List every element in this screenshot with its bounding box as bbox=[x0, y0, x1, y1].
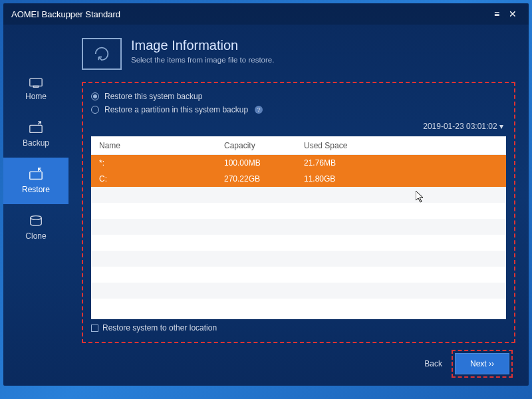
table-row[interactable]: *: 100.00MB 21.76MB bbox=[91, 155, 506, 171]
empty-row bbox=[91, 267, 506, 283]
svg-rect-0 bbox=[30, 78, 42, 86]
sidebar-item-label: Restore bbox=[22, 185, 50, 194]
radio-restore-system[interactable]: Restore this system backup bbox=[91, 92, 506, 101]
empty-row bbox=[91, 283, 506, 299]
radio-restore-partition[interactable]: Restore a partition in this system backu… bbox=[91, 105, 506, 114]
close-icon[interactable]: ✕ bbox=[505, 6, 521, 22]
sidebar-item-label: Home bbox=[25, 92, 47, 101]
page-header-text: Image Information Select the items from … bbox=[131, 38, 274, 70]
empty-row bbox=[91, 203, 506, 219]
checkbox-other-location[interactable]: Restore system to other location bbox=[91, 323, 506, 332]
cell-name: C: bbox=[91, 174, 224, 184]
svg-rect-1 bbox=[33, 86, 38, 87]
col-header-used: Used Space bbox=[304, 141, 506, 150]
back-button[interactable]: Back bbox=[424, 359, 442, 368]
table-header: Name Capacity Used Space bbox=[91, 136, 506, 155]
radio-icon bbox=[91, 106, 99, 114]
cell-capacity: 270.22GB bbox=[224, 174, 304, 184]
radio-label: Restore this system backup bbox=[104, 92, 202, 101]
app-title: AOMEI Backupper Standard bbox=[11, 9, 489, 19]
sidebar-item-restore[interactable]: Restore bbox=[3, 158, 68, 204]
page-icon bbox=[82, 38, 122, 70]
timestamp-value: 2019-01-23 03:01:02 ▾ bbox=[423, 122, 503, 131]
sidebar-item-label: Backup bbox=[23, 138, 49, 148]
backup-icon bbox=[29, 121, 43, 134]
sidebar-item-label: Clone bbox=[25, 231, 46, 241]
table-row[interactable]: C: 270.22GB 11.80GB bbox=[91, 171, 506, 187]
checkbox-label: Restore system to other location bbox=[102, 323, 217, 332]
home-icon bbox=[29, 74, 43, 88]
empty-row bbox=[91, 251, 506, 267]
titlebar: AOMEI Backupper Standard ≡ ✕ bbox=[3, 3, 529, 25]
empty-row bbox=[91, 187, 506, 203]
cell-used: 21.76MB bbox=[304, 158, 506, 168]
restore-page-icon bbox=[92, 45, 111, 63]
footer: Back Next ›› bbox=[82, 350, 515, 378]
app-window: AOMEI Backupper Standard ≡ ✕ Home Backup… bbox=[3, 3, 529, 386]
svg-rect-3 bbox=[30, 172, 42, 179]
svg-point-4 bbox=[31, 216, 42, 220]
page-title: Image Information bbox=[131, 38, 274, 53]
page-subtitle: Select the items from image file to rest… bbox=[131, 56, 274, 64]
cell-name: *: bbox=[91, 158, 224, 168]
sidebar: Home Backup Restore Clone bbox=[3, 25, 68, 386]
empty-row bbox=[91, 235, 506, 251]
sidebar-item-backup[interactable]: Backup bbox=[3, 111, 68, 158]
info-icon[interactable]: ? bbox=[255, 106, 263, 114]
window-body: Home Backup Restore Clone Image Inf bbox=[3, 25, 529, 386]
radio-icon bbox=[91, 92, 99, 100]
svg-rect-2 bbox=[30, 125, 42, 132]
next-highlight: Next ›› bbox=[452, 350, 513, 378]
highlight-region: Restore this system backup Restore a par… bbox=[82, 82, 515, 343]
checkbox-icon bbox=[91, 325, 98, 332]
content: Image Information Select the items from … bbox=[68, 25, 529, 386]
menu-icon[interactable]: ≡ bbox=[489, 6, 505, 22]
sidebar-item-clone[interactable]: Clone bbox=[3, 204, 68, 251]
sidebar-item-home[interactable]: Home bbox=[3, 65, 68, 111]
partition-table: Name Capacity Used Space *: 100.00MB 21.… bbox=[91, 136, 506, 319]
empty-row bbox=[91, 219, 506, 235]
cell-used: 11.80GB bbox=[304, 174, 506, 184]
timestamp-dropdown[interactable]: 2019-01-23 03:01:02 ▾ bbox=[91, 122, 503, 131]
next-button[interactable]: Next ›› bbox=[455, 353, 509, 374]
page-header: Image Information Select the items from … bbox=[82, 38, 515, 70]
col-header-name: Name bbox=[91, 141, 224, 150]
clone-icon bbox=[29, 214, 43, 227]
radio-label: Restore a partition in this system backu… bbox=[104, 105, 248, 114]
cell-capacity: 100.00MB bbox=[224, 158, 304, 168]
col-header-capacity: Capacity bbox=[224, 141, 304, 150]
restore-icon bbox=[29, 168, 43, 181]
